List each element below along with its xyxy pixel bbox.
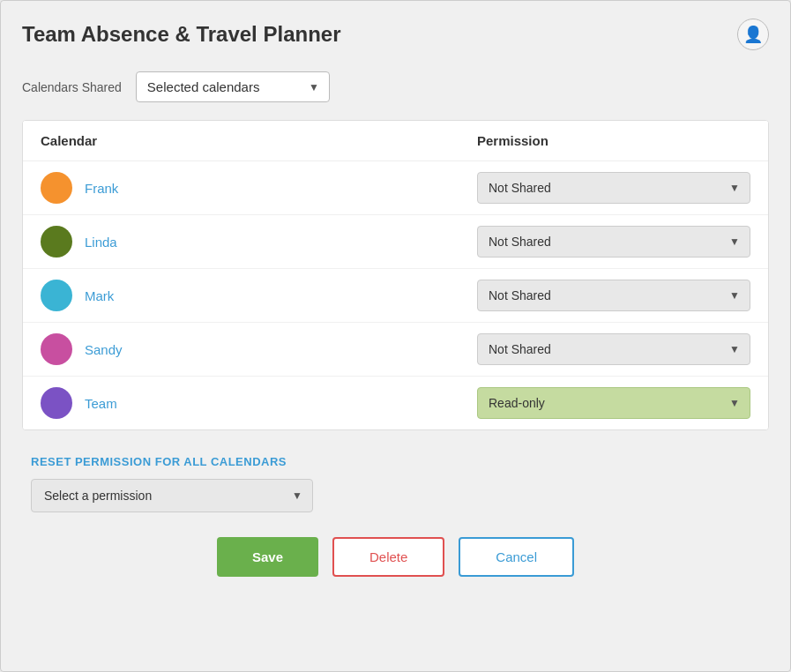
calendar-cell: Sandy [41, 333, 477, 365]
action-buttons-row: Save Delete Cancel [22, 537, 769, 577]
cancel-button[interactable]: Cancel [459, 537, 574, 577]
calendar-name: Sandy [85, 342, 123, 357]
dialog-header: Team Absence & Travel Planner 👤 [22, 19, 769, 50]
permission-cell: Not SharedRead-onlyEdit [477, 172, 750, 204]
permission-dropdown-wrapper: Not SharedRead-onlyEdit [477, 172, 750, 204]
reset-title: RESET PERMISSION FOR ALL CALENDARS [31, 455, 760, 468]
calendar-cell: Team [41, 387, 477, 419]
permission-dropdown[interactable]: Not SharedRead-onlyEdit [477, 226, 750, 258]
permission-dropdown[interactable]: Not SharedRead-onlyEdit [477, 387, 750, 419]
calendar-table: Calendar Permission FrankNot SharedRead-… [22, 120, 769, 430]
avatar [41, 387, 72, 419]
table-row: SandyNot SharedRead-onlyEdit [23, 323, 768, 377]
permission-dropdown-wrapper: Not SharedRead-onlyEdit [477, 333, 750, 365]
calendar-cell: Mark [41, 280, 477, 311]
calendar-name: Team [85, 396, 117, 411]
user-icon: 👤 [743, 25, 763, 44]
reset-section: RESET PERMISSION FOR ALL CALENDARS Selec… [22, 455, 769, 512]
calendar-name: Frank [85, 181, 118, 196]
permission-dropdown-wrapper: Not SharedRead-onlyEdit [477, 226, 750, 258]
column-permission-header: Permission [477, 133, 750, 148]
column-calendar-header: Calendar [41, 133, 477, 148]
avatar [41, 280, 72, 311]
calendars-shared-row: Calendars Shared All calendars Selected … [22, 71, 769, 102]
table-row: FrankNot SharedRead-onlyEdit [23, 161, 768, 215]
avatar [41, 333, 72, 365]
table-row: TeamNot SharedRead-onlyEdit [23, 377, 768, 429]
table-header-row: Calendar Permission [23, 121, 768, 161]
calendars-shared-dropdown[interactable]: All calendars Selected calendars No cale… [136, 71, 330, 102]
table-row: LindaNot SharedRead-onlyEdit [23, 215, 768, 269]
permission-dropdown-wrapper: Not SharedRead-onlyEdit [477, 280, 750, 311]
calendar-name: Mark [85, 288, 114, 303]
save-button[interactable]: Save [217, 537, 318, 577]
permission-cell: Not SharedRead-onlyEdit [477, 280, 750, 311]
permission-dropdown[interactable]: Not SharedRead-onlyEdit [477, 172, 750, 204]
reset-permission-dropdown-wrapper: Select a permission Not Shared Read-only… [31, 479, 313, 512]
calendars-shared-label: Calendars Shared [22, 80, 122, 94]
avatar [41, 172, 72, 204]
main-dialog: Team Absence & Travel Planner 👤 Calendar… [0, 0, 791, 672]
permission-dropdown[interactable]: Not SharedRead-onlyEdit [477, 333, 750, 365]
permission-dropdown-wrapper: Not SharedRead-onlyEdit [477, 387, 750, 419]
app-title: Team Absence & Travel Planner [22, 22, 341, 47]
calendar-name: Linda [85, 235, 117, 250]
permission-cell: Not SharedRead-onlyEdit [477, 387, 750, 419]
calendar-cell: Linda [41, 226, 477, 258]
avatar [41, 226, 72, 258]
table-body: FrankNot SharedRead-onlyEditLindaNot Sha… [23, 161, 768, 429]
table-row: MarkNot SharedRead-onlyEdit [23, 269, 768, 323]
permission-dropdown[interactable]: Not SharedRead-onlyEdit [477, 280, 750, 311]
reset-permission-dropdown[interactable]: Select a permission Not Shared Read-only… [31, 479, 313, 512]
permission-cell: Not SharedRead-onlyEdit [477, 333, 750, 365]
permission-cell: Not SharedRead-onlyEdit [477, 226, 750, 258]
calendars-shared-dropdown-wrapper: All calendars Selected calendars No cale… [136, 71, 330, 102]
calendar-cell: Frank [41, 172, 477, 204]
delete-button[interactable]: Delete [332, 537, 444, 577]
user-icon-button[interactable]: 👤 [737, 19, 769, 50]
